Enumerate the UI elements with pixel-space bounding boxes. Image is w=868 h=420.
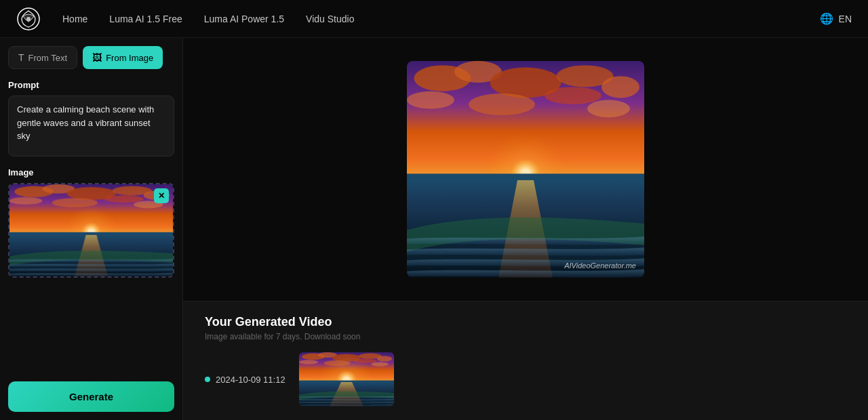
- nav-vidu[interactable]: Vidu Studio: [306, 14, 354, 24]
- tab-from-text-label: From Text: [28, 53, 68, 63]
- video-section: Your Generated Video Image available for…: [183, 301, 868, 420]
- logo[interactable]: [16, 7, 41, 31]
- main-layout: T From Text 🖼 From Image Prompt Image ✕ …: [0, 38, 868, 420]
- nav-luma-power[interactable]: Luma AI Power 1.5: [204, 14, 284, 24]
- image-tab-icon: 🖼: [92, 52, 102, 63]
- svg-point-1: [26, 17, 31, 21]
- tab-from-text[interactable]: T From Text: [8, 46, 77, 69]
- content-area: AIVideoGenerator.me Your Generated Video…: [183, 38, 868, 420]
- image-thumbnail: [9, 184, 173, 276]
- generate-section: Generate: [8, 371, 174, 412]
- text-tab-icon: T: [18, 52, 24, 63]
- preview-section: AIVideoGenerator.me: [183, 38, 868, 301]
- watermark-text: AIVideoGenerator.me: [564, 261, 636, 270]
- prompt-input[interactable]: [8, 96, 174, 156]
- video-date: 2024-10-09 11:12: [205, 375, 285, 385]
- tab-from-image-label: From Image: [106, 53, 153, 63]
- remove-image-button[interactable]: ✕: [154, 188, 169, 203]
- sidebar: T From Text 🖼 From Image Prompt Image ✕ …: [0, 38, 183, 420]
- nav-home[interactable]: Home: [62, 14, 87, 24]
- generate-button[interactable]: Generate: [8, 381, 174, 412]
- tab-from-image[interactable]: 🖼 From Image: [83, 46, 163, 69]
- video-thumb-canvas: [299, 352, 394, 406]
- header-right: 🌐 EN: [820, 12, 852, 25]
- video-thumbnail[interactable]: [299, 352, 394, 406]
- video-timestamp: 2024-10-09 11:12: [216, 375, 285, 385]
- image-upload-area[interactable]: ✕: [8, 183, 174, 278]
- prompt-label: Prompt: [8, 80, 174, 90]
- tab-row: T From Text 🖼 From Image: [8, 46, 174, 69]
- app-header: Home Luma AI 1.5 Free Luma AI Power 1.5 …: [0, 0, 868, 38]
- main-nav: Home Luma AI 1.5 Free Luma AI Power 1.5 …: [62, 14, 820, 24]
- globe-icon: 🌐: [820, 12, 833, 25]
- preview-canvas: [407, 61, 644, 278]
- video-title: Your Generated Video: [205, 315, 846, 329]
- language-label[interactable]: EN: [839, 14, 852, 24]
- nav-luma-free[interactable]: Luma AI 1.5 Free: [109, 14, 182, 24]
- image-label: Image: [8, 167, 174, 177]
- image-section: Image ✕: [8, 167, 174, 371]
- video-row: 2024-10-09 11:12: [205, 352, 846, 406]
- status-dot: [205, 377, 210, 382]
- video-subtitle: Image available for 7 days. Download soo…: [205, 332, 846, 341]
- preview-image-container: AIVideoGenerator.me: [407, 61, 644, 278]
